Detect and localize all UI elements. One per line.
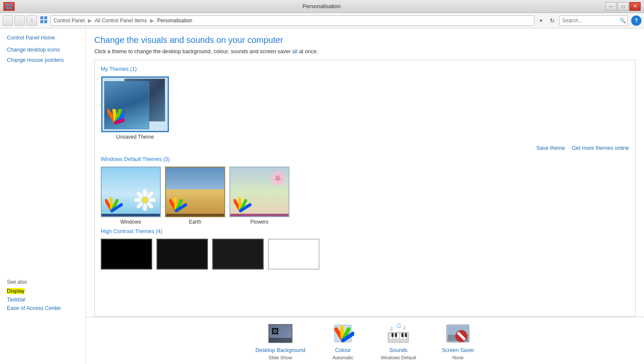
hc1-thumb bbox=[101, 239, 152, 270]
svg-rect-5 bbox=[44, 16, 47, 19]
screen-saver-icon bbox=[446, 322, 470, 346]
color-fan-earth-icon bbox=[169, 195, 187, 213]
window-title: Personalisation bbox=[38, 3, 605, 9]
svg-rect-24 bbox=[391, 333, 394, 337]
back-button[interactable]: ← bbox=[3, 15, 13, 26]
themes-panel: My Themes (1) bbox=[94, 60, 635, 317]
bottom-item-colour[interactable]: Colour Automatic bbox=[331, 322, 355, 360]
svg-rect-6 bbox=[40, 20, 43, 23]
daisy-icon bbox=[134, 189, 156, 211]
sidebar-item-display[interactable]: Display bbox=[0, 287, 86, 295]
save-theme-link[interactable]: Save theme bbox=[536, 145, 565, 151]
svg-point-16 bbox=[146, 201, 154, 209]
svg-rect-2 bbox=[6, 6, 9, 9]
svg-text:♪: ♪ bbox=[390, 325, 393, 332]
sidebar-item-control-panel-home[interactable]: Control Panel Home bbox=[0, 33, 85, 42]
content-inner: Change the visuals and sounds on your co… bbox=[86, 28, 644, 317]
windows-logo-icon bbox=[40, 16, 47, 23]
bottom-item-screen-saver[interactable]: Screen Saver None bbox=[442, 322, 474, 360]
sidebar-see-also-section: See also Display Taskbar Ease of Access … bbox=[0, 274, 86, 312]
sounds-icon: ♪ ♫ ♪ bbox=[386, 322, 410, 346]
breadcrumb-sep-1: ▶ bbox=[88, 18, 92, 24]
svg-point-14 bbox=[146, 191, 154, 199]
desktop-background-sublabel: Slide Show bbox=[268, 355, 292, 360]
sidebar-item-taskbar[interactable]: Taskbar bbox=[0, 295, 86, 304]
dropdown-button[interactable]: ▾ bbox=[536, 15, 546, 26]
address-field[interactable]: Control Panel ▶ All Control Panel Items … bbox=[51, 15, 534, 26]
content-area: Change the visuals and sounds on your co… bbox=[86, 28, 644, 364]
get-more-themes-link[interactable]: Get more themes online bbox=[572, 145, 629, 151]
svg-text:♫: ♫ bbox=[396, 323, 402, 330]
forward-button[interactable]: → bbox=[15, 15, 25, 26]
screen-saver-sublabel: None bbox=[452, 355, 463, 360]
theme-item-flowers[interactable]: 🌸 bbox=[229, 167, 289, 225]
sidebar-item-change-desktop-icons[interactable]: Change desktop icons bbox=[0, 46, 85, 54]
theme-item-hc1[interactable] bbox=[101, 239, 152, 270]
windows-thumb bbox=[101, 167, 161, 217]
search-icon[interactable]: 🔍 bbox=[620, 18, 626, 24]
desc-prefix: Click a theme to change the desktop back… bbox=[94, 49, 292, 55]
bottom-item-sounds[interactable]: ♪ ♫ ♪ Sounds Windows Default bbox=[381, 322, 416, 360]
desc-link[interactable]: all bbox=[292, 49, 298, 55]
sidebar-item-change-mouse-pointers[interactable]: Change mouse pointers bbox=[0, 56, 85, 64]
color-fan-icon bbox=[107, 109, 124, 126]
color-fan-flowers-icon bbox=[234, 195, 252, 213]
desktop-background-label: Desktop Background bbox=[256, 347, 305, 353]
sidebar-item-ease-of-access[interactable]: Ease of Access Center bbox=[0, 304, 86, 312]
breadcrumb-control-panel[interactable]: Control Panel bbox=[54, 18, 85, 24]
hc3-thumb bbox=[212, 239, 264, 270]
maximize-button[interactable]: □ bbox=[617, 2, 629, 11]
bottom-item-desktop-background[interactable]: 🖼 Desktop Background Slide Show bbox=[256, 322, 305, 360]
flowers-theme-name: Flowers bbox=[250, 219, 268, 225]
desktop-background-icon: 🖼 bbox=[268, 322, 292, 346]
sidebar: Control Panel Home Change desktop icons … bbox=[0, 28, 86, 364]
title-bar: Personalisation ─ □ ✕ bbox=[0, 0, 644, 13]
theme-item-earth[interactable]: Earth bbox=[165, 167, 225, 225]
earth-thumb bbox=[165, 167, 225, 217]
svg-rect-27 bbox=[405, 333, 407, 337]
refresh-button[interactable]: ↻ bbox=[547, 15, 557, 26]
color-fan-windows-icon bbox=[105, 195, 123, 213]
svg-rect-0 bbox=[6, 3, 9, 6]
up-button[interactable]: ↑ bbox=[27, 15, 37, 26]
my-themes-list: Unsaved Theme bbox=[101, 76, 629, 140]
main-layout: Control Panel Home Change desktop icons … bbox=[0, 28, 644, 364]
hc2-thumb bbox=[156, 239, 208, 270]
unsaved-thumb bbox=[101, 76, 169, 132]
page-title: Change the visuals and sounds on your co… bbox=[94, 35, 635, 45]
breadcrumb-current: Personalisation bbox=[157, 18, 192, 24]
display-highlight: Display bbox=[7, 288, 24, 294]
svg-point-13 bbox=[135, 191, 144, 199]
svg-rect-7 bbox=[44, 20, 47, 23]
windows-default-header: Windows Default Themes (3) bbox=[101, 156, 629, 162]
high-contrast-list bbox=[101, 239, 629, 270]
help-button[interactable]: ? bbox=[631, 15, 641, 26]
breadcrumb-all-items[interactable]: All Control Panel Items bbox=[95, 18, 147, 24]
svg-point-11 bbox=[134, 198, 141, 202]
theme-item-hc3[interactable] bbox=[212, 239, 264, 270]
window-icon bbox=[3, 2, 15, 11]
theme-item-unsaved[interactable]: Unsaved Theme bbox=[101, 76, 169, 140]
svg-point-10 bbox=[143, 203, 147, 211]
close-button[interactable]: ✕ bbox=[629, 2, 641, 11]
svg-rect-4 bbox=[40, 16, 43, 19]
colour-sublabel: Automatic bbox=[332, 355, 353, 360]
bottom-bar: 🖼 Desktop Background Slide Show bbox=[86, 317, 644, 364]
svg-rect-26 bbox=[401, 333, 403, 337]
minimize-button[interactable]: ─ bbox=[605, 2, 617, 11]
theme-item-hc4[interactable] bbox=[268, 239, 319, 270]
desc-suffix: at once. bbox=[298, 49, 318, 55]
sidebar-nav: Control Panel Home Change desktop icons … bbox=[0, 33, 85, 64]
theme-item-hc2[interactable] bbox=[156, 239, 208, 270]
page-description: Click a theme to change the desktop back… bbox=[94, 49, 635, 55]
colour-icon bbox=[331, 322, 355, 346]
themes-scroll[interactable]: My Themes (1) bbox=[95, 60, 635, 316]
search-input[interactable] bbox=[559, 15, 628, 26]
see-also-label: See also bbox=[0, 274, 86, 287]
svg-rect-25 bbox=[395, 333, 397, 337]
windows-themes-list: Windows bbox=[101, 167, 629, 225]
theme-item-windows[interactable]: Windows bbox=[101, 167, 161, 225]
earth-theme-name: Earth bbox=[189, 219, 202, 225]
flowers-thumb: 🌸 bbox=[229, 167, 289, 217]
search-wrap: 🔍 bbox=[559, 15, 628, 26]
